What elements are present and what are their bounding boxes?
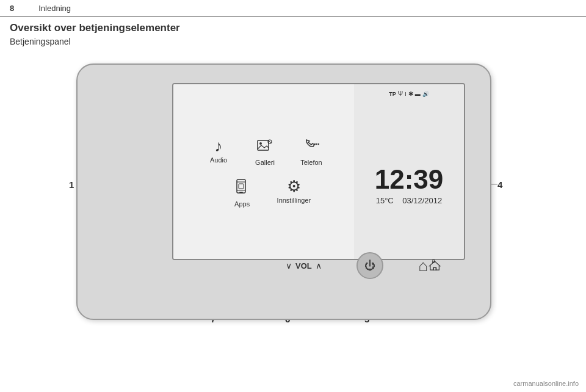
power-icon: ⏻ [364, 260, 375, 272]
status-bt: ✱ [408, 90, 413, 97]
clock-time: 12:39 [375, 166, 444, 193]
apps-label: Apps [234, 200, 250, 208]
menu-settings[interactable]: ⚙ Innstillinger [270, 178, 317, 208]
gallery-icon [256, 138, 273, 156]
clock-info: 15°C 03/12/2012 [376, 196, 443, 205]
header-title: Inledning [38, 4, 71, 13]
status-bar: TP Ψ ı ✱ ▬ 🔊 [389, 90, 429, 97]
status-volume: 🔊 [422, 91, 429, 97]
audio-label: Audio [210, 156, 227, 164]
status-battery: ▬ [415, 91, 421, 97]
home-button[interactable]: ⌂ [418, 254, 441, 277]
svg-marker-12 [430, 261, 440, 270]
gallery-label: Galleri [255, 159, 275, 166]
status-wifi: Ψ [398, 90, 403, 97]
clock-date: 03/12/2012 [402, 196, 442, 205]
svg-point-6 [318, 143, 319, 145]
clock-temp: 15°C [376, 196, 394, 205]
label-1: 1 [69, 180, 74, 190]
home-icon: ⌂ [418, 256, 428, 275]
status-signal: ı [405, 90, 407, 97]
power-button[interactable]: ⏻ [356, 252, 383, 279]
status-tp: TP [389, 91, 396, 97]
watermark: carmanualsonline.info [513, 380, 579, 387]
svg-point-5 [316, 143, 317, 145]
apps-icon [234, 178, 250, 198]
svg-rect-11 [239, 184, 244, 189]
header: 8 Inledning [0, 0, 586, 17]
svg-point-4 [314, 143, 316, 145]
vol-up-icon[interactable]: ∧ [316, 261, 322, 270]
menu-apps[interactable]: Apps [219, 178, 266, 208]
home-icon-svg [428, 256, 441, 275]
screen: ♪ Audio [172, 83, 465, 260]
page-number: 8 [10, 4, 14, 13]
bottom-controls: ∨ VOL ∧ ⏻ ⌂ [172, 246, 465, 285]
menu-audio[interactable]: ♪ Audio [198, 138, 239, 166]
menu-phone[interactable]: Telefon [291, 138, 332, 166]
vol-control[interactable]: ∨ VOL ∧ [286, 261, 322, 270]
svg-point-1 [259, 142, 262, 145]
device-shell: ♪ Audio [76, 64, 491, 320]
phone-icon [303, 138, 319, 156]
svg-rect-0 [258, 140, 269, 150]
screen-right-panel: TP Ψ ı ✱ ▬ 🔊 12:39 15°C 03/12/2012 [354, 84, 464, 260]
vol-label: VOL [295, 261, 312, 270]
section-title: Oversikt over betjeningselementer [0, 17, 586, 35]
audio-icon: ♪ [215, 138, 223, 154]
svg-rect-10 [239, 192, 243, 193]
phone-label: Telefon [300, 159, 322, 166]
diagram-area: 1 2 3 4 5 6 7 ♪ Audio [9, 51, 577, 350]
section-subtitle: Betjeningspanel [0, 35, 586, 51]
settings-icon: ⚙ [287, 178, 301, 194]
menu-gallery[interactable]: Galleri [244, 138, 286, 166]
settings-label: Innstillinger [277, 197, 311, 204]
label-4: 4 [497, 180, 502, 190]
svg-rect-7 [237, 180, 245, 193]
vol-down-icon[interactable]: ∨ [286, 261, 292, 270]
screen-left-panel: ♪ Audio [173, 84, 356, 260]
